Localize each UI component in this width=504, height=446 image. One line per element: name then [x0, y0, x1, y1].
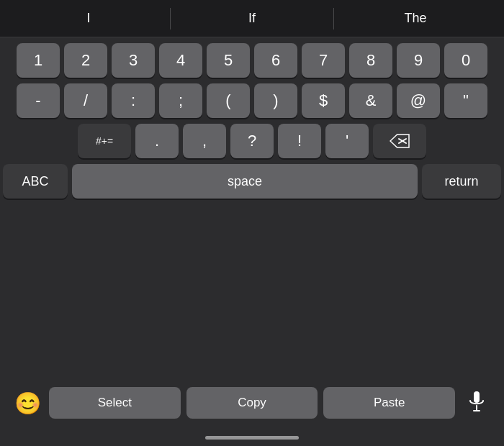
key-close-paren[interactable]: ): [254, 83, 297, 118]
key-3[interactable]: 3: [112, 43, 155, 78]
key-dollar[interactable]: $: [302, 83, 345, 118]
special-row: #+= . , ? ! ': [3, 124, 501, 158]
home-bar: [205, 436, 299, 440]
key-question[interactable]: ?: [230, 124, 274, 158]
key-slash[interactable]: /: [64, 83, 107, 118]
key-0[interactable]: 0: [444, 43, 487, 78]
key-8[interactable]: 8: [349, 43, 392, 78]
paste-button[interactable]: Paste: [323, 387, 455, 419]
key-5[interactable]: 5: [207, 43, 250, 78]
key-colon[interactable]: :: [112, 83, 155, 118]
key-apostrophe[interactable]: ': [325, 124, 369, 158]
emoji-button[interactable]: 😊: [12, 387, 43, 419]
svg-rect-2: [474, 391, 480, 403]
microphone-icon: [468, 391, 485, 415]
key-period[interactable]: .: [135, 124, 179, 158]
key-9[interactable]: 9: [397, 43, 440, 78]
key-4[interactable]: 4: [159, 43, 202, 78]
symbol-row: - / : ; ( ) $ & @ ": [3, 83, 501, 118]
microphone-button[interactable]: [461, 387, 492, 419]
select-button[interactable]: Select: [49, 387, 181, 419]
key-7[interactable]: 7: [302, 43, 345, 78]
key-backspace[interactable]: [373, 124, 426, 158]
key-at[interactable]: @: [397, 83, 440, 118]
key-semicolon[interactable]: ;: [159, 83, 202, 118]
key-exclaim[interactable]: !: [278, 124, 321, 158]
key-return[interactable]: return: [422, 164, 501, 199]
bottom-row: ABC space return: [3, 164, 501, 199]
key-comma[interactable]: ,: [183, 124, 226, 158]
backspace-icon: [390, 134, 410, 148]
key-dash[interactable]: -: [17, 83, 60, 118]
key-abc[interactable]: ABC: [3, 164, 68, 199]
key-open-paren[interactable]: (: [207, 83, 250, 118]
key-1[interactable]: 1: [17, 43, 60, 78]
key-space[interactable]: space: [72, 164, 418, 199]
copy-button[interactable]: Copy: [186, 387, 318, 419]
key-symbols-shift[interactable]: #+=: [78, 124, 131, 158]
utility-bar: 😊 Select Copy Paste: [0, 377, 504, 429]
suggestion-The[interactable]: The: [334, 0, 497, 37]
suggestion-I[interactable]: I: [7, 0, 170, 37]
home-indicator: [0, 429, 504, 446]
key-2[interactable]: 2: [64, 43, 107, 78]
key-6[interactable]: 6: [254, 43, 297, 78]
number-row: 1 2 3 4 5 6 7 8 9 0: [3, 43, 501, 78]
keyboard: 1 2 3 4 5 6 7 8 9 0 - / : ; ( ) $ & @ " …: [0, 37, 504, 377]
suggestions-bar: I If The: [0, 0, 504, 37]
key-quote[interactable]: ": [444, 83, 487, 118]
key-ampersand[interactable]: &: [349, 83, 392, 118]
suggestion-If[interactable]: If: [171, 0, 333, 37]
